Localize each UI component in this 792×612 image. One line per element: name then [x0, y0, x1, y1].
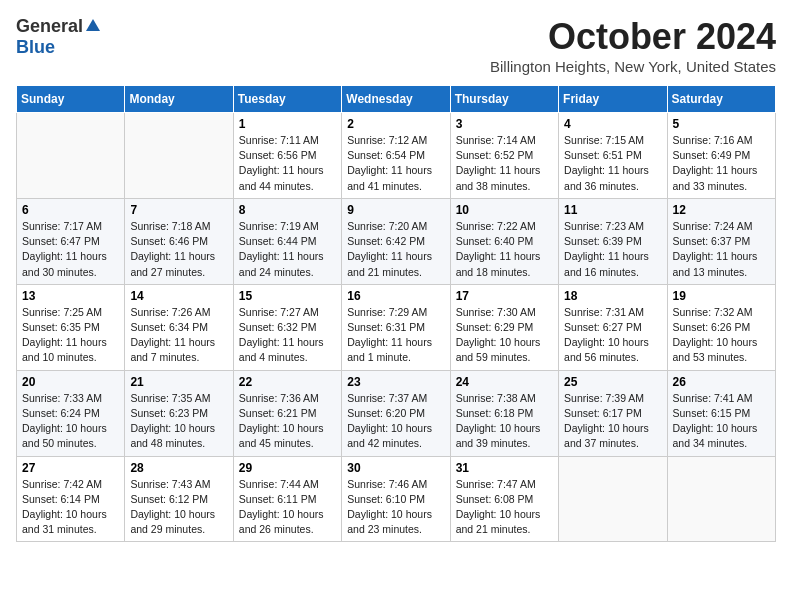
month-title: October 2024 [490, 16, 776, 58]
day-info: Sunrise: 7:47 AMSunset: 6:08 PMDaylight:… [456, 477, 553, 538]
day-cell: 18Sunrise: 7:31 AMSunset: 6:27 PMDayligh… [559, 284, 667, 370]
day-info: Sunrise: 7:14 AMSunset: 6:52 PMDaylight:… [456, 133, 553, 194]
day-number: 13 [22, 289, 119, 303]
day-number: 31 [456, 461, 553, 475]
logo-blue-text: Blue [16, 37, 55, 58]
day-info: Sunrise: 7:33 AMSunset: 6:24 PMDaylight:… [22, 391, 119, 452]
day-cell: 12Sunrise: 7:24 AMSunset: 6:37 PMDayligh… [667, 198, 775, 284]
day-cell: 15Sunrise: 7:27 AMSunset: 6:32 PMDayligh… [233, 284, 341, 370]
day-cell [125, 113, 233, 199]
day-cell: 2Sunrise: 7:12 AMSunset: 6:54 PMDaylight… [342, 113, 450, 199]
day-info: Sunrise: 7:25 AMSunset: 6:35 PMDaylight:… [22, 305, 119, 366]
day-cell: 1Sunrise: 7:11 AMSunset: 6:56 PMDaylight… [233, 113, 341, 199]
day-info: Sunrise: 7:35 AMSunset: 6:23 PMDaylight:… [130, 391, 227, 452]
day-cell: 17Sunrise: 7:30 AMSunset: 6:29 PMDayligh… [450, 284, 558, 370]
day-number: 25 [564, 375, 661, 389]
day-number: 1 [239, 117, 336, 131]
week-row-1: 1Sunrise: 7:11 AMSunset: 6:56 PMDaylight… [17, 113, 776, 199]
day-number: 8 [239, 203, 336, 217]
weekday-header-friday: Friday [559, 86, 667, 113]
day-cell: 13Sunrise: 7:25 AMSunset: 6:35 PMDayligh… [17, 284, 125, 370]
weekday-header-sunday: Sunday [17, 86, 125, 113]
day-info: Sunrise: 7:37 AMSunset: 6:20 PMDaylight:… [347, 391, 444, 452]
day-cell [667, 456, 775, 542]
logo-general-text: General [16, 16, 83, 37]
logo: General Blue [16, 16, 102, 58]
day-info: Sunrise: 7:30 AMSunset: 6:29 PMDaylight:… [456, 305, 553, 366]
day-number: 7 [130, 203, 227, 217]
day-number: 26 [673, 375, 770, 389]
day-number: 5 [673, 117, 770, 131]
week-row-3: 13Sunrise: 7:25 AMSunset: 6:35 PMDayligh… [17, 284, 776, 370]
day-cell: 8Sunrise: 7:19 AMSunset: 6:44 PMDaylight… [233, 198, 341, 284]
weekday-header-saturday: Saturday [667, 86, 775, 113]
day-number: 14 [130, 289, 227, 303]
day-info: Sunrise: 7:36 AMSunset: 6:21 PMDaylight:… [239, 391, 336, 452]
day-cell: 7Sunrise: 7:18 AMSunset: 6:46 PMDaylight… [125, 198, 233, 284]
day-info: Sunrise: 7:42 AMSunset: 6:14 PMDaylight:… [22, 477, 119, 538]
day-cell: 25Sunrise: 7:39 AMSunset: 6:17 PMDayligh… [559, 370, 667, 456]
day-number: 11 [564, 203, 661, 217]
day-number: 30 [347, 461, 444, 475]
day-number: 22 [239, 375, 336, 389]
day-number: 3 [456, 117, 553, 131]
day-info: Sunrise: 7:26 AMSunset: 6:34 PMDaylight:… [130, 305, 227, 366]
day-info: Sunrise: 7:24 AMSunset: 6:37 PMDaylight:… [673, 219, 770, 280]
day-number: 6 [22, 203, 119, 217]
day-info: Sunrise: 7:19 AMSunset: 6:44 PMDaylight:… [239, 219, 336, 280]
day-info: Sunrise: 7:39 AMSunset: 6:17 PMDaylight:… [564, 391, 661, 452]
day-info: Sunrise: 7:12 AMSunset: 6:54 PMDaylight:… [347, 133, 444, 194]
day-number: 19 [673, 289, 770, 303]
day-info: Sunrise: 7:32 AMSunset: 6:26 PMDaylight:… [673, 305, 770, 366]
location-title: Billington Heights, New York, United Sta… [490, 58, 776, 75]
day-number: 10 [456, 203, 553, 217]
page-header: General Blue October 2024 Billington Hei… [16, 16, 776, 75]
day-cell: 28Sunrise: 7:43 AMSunset: 6:12 PMDayligh… [125, 456, 233, 542]
day-cell: 20Sunrise: 7:33 AMSunset: 6:24 PMDayligh… [17, 370, 125, 456]
day-cell: 30Sunrise: 7:46 AMSunset: 6:10 PMDayligh… [342, 456, 450, 542]
day-info: Sunrise: 7:44 AMSunset: 6:11 PMDaylight:… [239, 477, 336, 538]
day-cell [559, 456, 667, 542]
day-cell: 4Sunrise: 7:15 AMSunset: 6:51 PMDaylight… [559, 113, 667, 199]
weekday-header-monday: Monday [125, 86, 233, 113]
day-info: Sunrise: 7:38 AMSunset: 6:18 PMDaylight:… [456, 391, 553, 452]
day-info: Sunrise: 7:27 AMSunset: 6:32 PMDaylight:… [239, 305, 336, 366]
day-cell: 9Sunrise: 7:20 AMSunset: 6:42 PMDaylight… [342, 198, 450, 284]
day-number: 17 [456, 289, 553, 303]
day-info: Sunrise: 7:41 AMSunset: 6:15 PMDaylight:… [673, 391, 770, 452]
day-info: Sunrise: 7:23 AMSunset: 6:39 PMDaylight:… [564, 219, 661, 280]
day-cell: 6Sunrise: 7:17 AMSunset: 6:47 PMDaylight… [17, 198, 125, 284]
day-info: Sunrise: 7:20 AMSunset: 6:42 PMDaylight:… [347, 219, 444, 280]
day-cell: 5Sunrise: 7:16 AMSunset: 6:49 PMDaylight… [667, 113, 775, 199]
day-cell: 14Sunrise: 7:26 AMSunset: 6:34 PMDayligh… [125, 284, 233, 370]
day-info: Sunrise: 7:17 AMSunset: 6:47 PMDaylight:… [22, 219, 119, 280]
title-block: October 2024 Billington Heights, New Yor… [490, 16, 776, 75]
day-number: 2 [347, 117, 444, 131]
day-number: 23 [347, 375, 444, 389]
day-cell: 26Sunrise: 7:41 AMSunset: 6:15 PMDayligh… [667, 370, 775, 456]
day-number: 20 [22, 375, 119, 389]
day-info: Sunrise: 7:29 AMSunset: 6:31 PMDaylight:… [347, 305, 444, 366]
day-cell: 10Sunrise: 7:22 AMSunset: 6:40 PMDayligh… [450, 198, 558, 284]
weekday-header-wednesday: Wednesday [342, 86, 450, 113]
week-row-4: 20Sunrise: 7:33 AMSunset: 6:24 PMDayligh… [17, 370, 776, 456]
day-cell: 22Sunrise: 7:36 AMSunset: 6:21 PMDayligh… [233, 370, 341, 456]
weekday-header-row: SundayMondayTuesdayWednesdayThursdayFrid… [17, 86, 776, 113]
week-row-2: 6Sunrise: 7:17 AMSunset: 6:47 PMDaylight… [17, 198, 776, 284]
day-number: 16 [347, 289, 444, 303]
day-info: Sunrise: 7:46 AMSunset: 6:10 PMDaylight:… [347, 477, 444, 538]
day-number: 24 [456, 375, 553, 389]
day-info: Sunrise: 7:43 AMSunset: 6:12 PMDaylight:… [130, 477, 227, 538]
day-number: 12 [673, 203, 770, 217]
day-number: 29 [239, 461, 336, 475]
day-number: 18 [564, 289, 661, 303]
day-cell: 27Sunrise: 7:42 AMSunset: 6:14 PMDayligh… [17, 456, 125, 542]
day-cell: 11Sunrise: 7:23 AMSunset: 6:39 PMDayligh… [559, 198, 667, 284]
day-cell: 23Sunrise: 7:37 AMSunset: 6:20 PMDayligh… [342, 370, 450, 456]
day-info: Sunrise: 7:11 AMSunset: 6:56 PMDaylight:… [239, 133, 336, 194]
svg-marker-0 [86, 19, 100, 31]
day-cell: 29Sunrise: 7:44 AMSunset: 6:11 PMDayligh… [233, 456, 341, 542]
weekday-header-thursday: Thursday [450, 86, 558, 113]
day-info: Sunrise: 7:31 AMSunset: 6:27 PMDaylight:… [564, 305, 661, 366]
logo-icon [84, 17, 102, 35]
